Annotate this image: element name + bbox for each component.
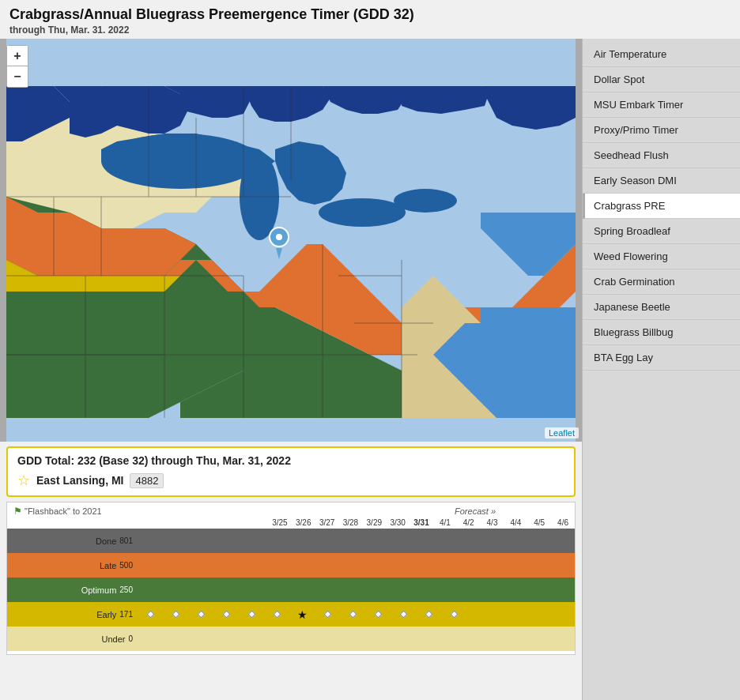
chart-bar-area-under [138,627,575,651]
chart-value-early: 171 [119,610,133,619]
flag-icon: ⚑ [13,506,22,517]
sidebar-item-msu-embark-timer[interactable]: MSU Embark Timer [583,92,740,118]
chart-bar-area-done [138,529,575,553]
left-panel: + − Leaflet GDD Total: 232 (Base 32) thr… [0,39,582,700]
chart-row-optimum: Optimum250 [7,578,575,602]
sidebar-item-spring-broadleaf[interactable]: Spring Broadleaf [583,219,740,244]
info-box: GDD Total: 232 (Base 32) through Thu, Ma… [6,446,576,497]
diamond-marker-icon [374,611,382,619]
sidebar-item-dollar-spot[interactable]: Dollar Spot [583,67,740,92]
page-subtitle: through Thu, Mar. 31. 2022 [9,24,731,36]
chart-value-done: 801 [119,536,133,545]
date-col-4-2: 4/2 [457,518,481,527]
dot-cell-7 [315,612,340,617]
sidebar-item-seedhead-flush[interactable]: Seedhead Flush [583,143,740,168]
chart-section: ⚑ "Flashback" to 2021 Forecast » 3/253/2… [6,502,576,655]
subtitle-date: Thu, Mar. 31. 2022 [48,24,130,36]
diamond-marker-icon [222,611,230,619]
sidebar-item-japanese-beetle[interactable]: Japanese Beetle [583,295,740,320]
chart-bar-area-late [138,553,575,578]
sidebar-item-early-season-dmi[interactable]: Early Season DMI [583,168,740,194]
dot-cell-9 [365,612,391,617]
dot-cell-3 [213,612,239,617]
map-container[interactable]: + − Leaflet [0,39,582,442]
date-col-4-3: 4/3 [481,518,504,527]
svg-point-16 [319,198,406,227]
chart-label-done: Done801 [7,536,138,546]
sidebar-item-crabgrass-pre[interactable]: Crabgrass PRE [583,194,740,219]
diamond-marker-icon [323,611,331,619]
favorite-star-icon[interactable]: ☆ [17,472,30,489]
date-col-4-6: 4/6 [551,518,575,527]
sidebar-item-bluegrass-billbug[interactable]: Bluegrass Billbug [583,320,740,345]
app: Crabgrass/Annual Bluegrass Preemergence … [0,0,740,700]
current-date-star-icon: ★ [297,608,308,621]
dot-cell-8 [340,612,365,617]
subtitle-prefix: through [9,24,45,36]
gdd-total-label: GDD Total: 232 (Base 32) through Thu, Ma… [17,454,564,467]
diamond-marker-icon [197,611,205,619]
diamond-marker-icon [349,611,357,619]
chart-value-optimum: 250 [119,585,133,594]
sidebar-item-air-temperature[interactable]: Air Temperature [583,42,740,67]
right-sidebar: Air TemperatureDollar SpotMSU Embark Tim… [582,39,740,700]
location-name: East Lansing, MI [36,474,123,487]
date-col-3-26: 3/26 [292,518,315,527]
date-col-3-31: 3/31 [410,518,433,527]
dot-cell-0 [138,612,163,617]
sidebar-item-weed-flowering[interactable]: Weed Flowering [583,244,740,269]
date-col-4-1: 4/1 [433,518,457,527]
zoom-out-button[interactable]: − [7,66,28,87]
dot-cell-6: ★ [289,608,315,621]
chart-row-early: Early171★ [7,602,575,627]
date-col-3-30: 3/30 [386,518,410,527]
dot-cell-2 [188,612,213,617]
sidebar-item-proxy-primo-timer[interactable]: Proxy/Primo Timer [583,118,740,143]
map-zoom-controls: + − [6,45,28,88]
chart-value-under: 0 [128,634,133,643]
svg-point-17 [394,189,457,213]
diamond-marker-icon [425,611,432,619]
diamond-marker-icon [399,611,407,619]
chart-label-early: Early171 [7,610,138,619]
dot-cell-10 [391,612,416,617]
chart-dates: 3/253/263/273/283/293/303/314/14/24/34/4… [7,518,575,527]
chart-row-under: Under0 [7,627,575,651]
chart-dots-early: ★ [138,602,575,627]
date-col-3-28: 3/28 [339,518,363,527]
sidebar-item-crab-germination[interactable]: Crab Germination [583,269,740,295]
chart-label-under: Under0 [7,634,138,644]
chart-label-optimum: Optimum250 [7,585,138,595]
zoom-in-button[interactable]: + [7,46,28,66]
dot-cell-1 [163,612,188,617]
date-col-4-4: 4/4 [504,518,527,527]
chart-row-late: Late500 [7,553,575,578]
date-col-3-25: 3/25 [268,518,292,527]
sidebar-item-bta-egg-lay[interactable]: BTA Egg Lay [583,345,740,371]
header: Crabgrass/Annual Bluegrass Preemergence … [0,0,740,39]
page-title: Crabgrass/Annual Bluegrass Preemergence … [9,6,731,23]
dot-cell-11 [416,612,441,617]
main-area: + − Leaflet GDD Total: 232 (Base 32) thr… [0,39,740,700]
date-col-3-27: 3/27 [315,518,339,527]
location-row: ☆ East Lansing, MI 4882 [17,472,564,489]
diamond-marker-icon [450,611,458,619]
diamond-marker-icon [247,611,255,619]
map-svg [0,39,582,442]
chart-label-late: Late500 [7,561,138,570]
location-id: 4882 [130,473,164,488]
chart-header: ⚑ "Flashback" to 2021 Forecast » [7,506,575,518]
dot-cell-12 [441,612,466,617]
forecast-label: Forecast » [455,506,496,516]
leaflet-badge: Leaflet [545,427,579,438]
dot-cell-5 [264,612,289,617]
chart-row-done: Done801 [7,529,575,553]
chart-bar-area-optimum [138,578,575,602]
flashback-link[interactable]: ⚑ "Flashback" to 2021 [13,506,102,517]
diamond-marker-icon [273,611,281,619]
svg-point-29 [276,234,282,240]
flashback-label: "Flashback" to 2021 [25,506,102,516]
chart-bars: Done801Late500Optimum250Early171★Under0 [7,529,575,651]
diamond-marker-icon [172,611,179,619]
diamond-marker-icon [146,611,154,619]
